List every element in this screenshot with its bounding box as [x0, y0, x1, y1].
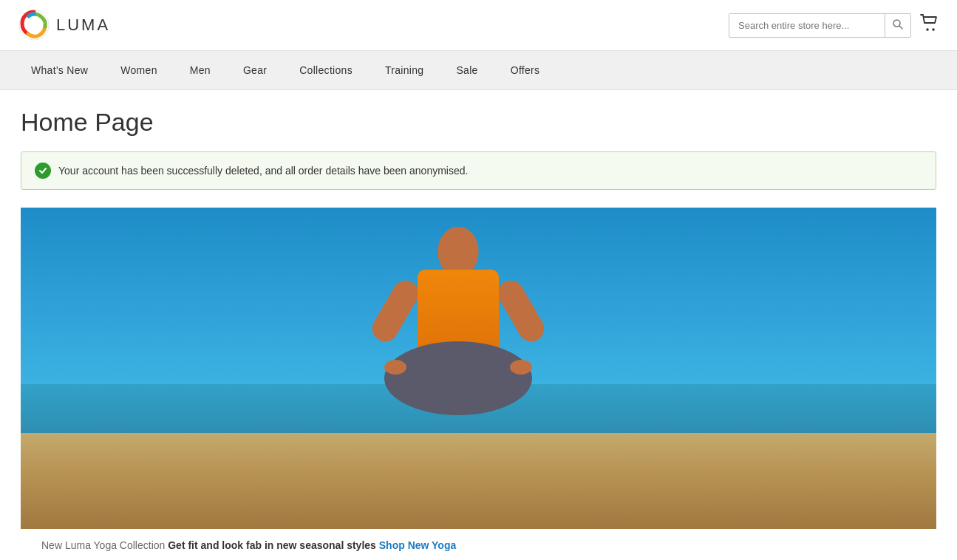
success-alert: Your account has been successfully delet…: [21, 151, 936, 190]
nav-link-women[interactable]: Women: [104, 51, 173, 89]
figure-legs: [384, 341, 532, 415]
caption-highlight: Get fit and look fab in new seasonal sty…: [168, 539, 376, 551]
hero-container: [21, 208, 936, 529]
success-icon: [35, 163, 51, 179]
search-button[interactable]: [885, 14, 910, 37]
nav-link-collections[interactable]: Collections: [283, 51, 369, 89]
figure-hand-right: [510, 360, 532, 375]
figure-arm-right: [493, 276, 548, 346]
nav-item-women[interactable]: Women: [104, 51, 173, 89]
main-content: Home Page Your account has been successf…: [0, 90, 957, 560]
nav-link-training[interactable]: Training: [369, 51, 440, 89]
nav-item-whats-new[interactable]: What's New: [15, 51, 104, 89]
nav-link-gear[interactable]: Gear: [227, 51, 283, 89]
shop-link[interactable]: Shop New Yoga: [379, 539, 457, 551]
site-header: LUMA: [0, 0, 957, 51]
logo-area: LUMA: [18, 9, 110, 41]
nav-item-collections[interactable]: Collections: [283, 51, 369, 89]
nav-item-training[interactable]: Training: [369, 51, 440, 89]
search-bar: [729, 13, 911, 38]
yoga-person: [355, 227, 562, 448]
hero-image: [21, 208, 936, 529]
checkmark-icon: [38, 166, 47, 175]
logo-text: LUMA: [56, 16, 110, 35]
hero-caption: New Luma Yoga Collection Get fit and loo…: [21, 529, 936, 560]
nav-link-men[interactable]: Men: [174, 51, 227, 89]
nav-item-men[interactable]: Men: [174, 51, 227, 89]
nav-item-sale[interactable]: Sale: [440, 51, 494, 89]
figure-head: [437, 227, 478, 275]
nav-item-offers[interactable]: Offers: [494, 51, 556, 89]
caption-prefix: New Luma Yoga Collection: [41, 539, 165, 551]
nav-link-offers[interactable]: Offers: [494, 51, 556, 89]
nav-item-gear[interactable]: Gear: [227, 51, 283, 89]
alert-message: Your account has been successfully delet…: [58, 165, 468, 177]
figure-hand-left: [384, 360, 406, 375]
figure-arm-left: [367, 276, 423, 346]
luma-logo-icon: [18, 9, 50, 41]
cart-icon: [920, 14, 939, 32]
page-title: Home Page: [21, 108, 936, 137]
header-right: [729, 13, 939, 38]
cart-button[interactable]: [920, 14, 939, 36]
nav-link-whats-new[interactable]: What's New: [15, 51, 104, 89]
svg-point-4: [932, 28, 935, 31]
figure-body: [355, 227, 562, 448]
svg-point-3: [926, 28, 929, 31]
nav-list: What's New Women Men Gear Collections Tr…: [0, 51, 957, 89]
svg-line-2: [899, 26, 902, 29]
main-nav: What's New Women Men Gear Collections Tr…: [0, 51, 957, 90]
nav-link-sale[interactable]: Sale: [440, 51, 494, 89]
search-icon: [893, 19, 903, 30]
search-input[interactable]: [729, 15, 885, 36]
